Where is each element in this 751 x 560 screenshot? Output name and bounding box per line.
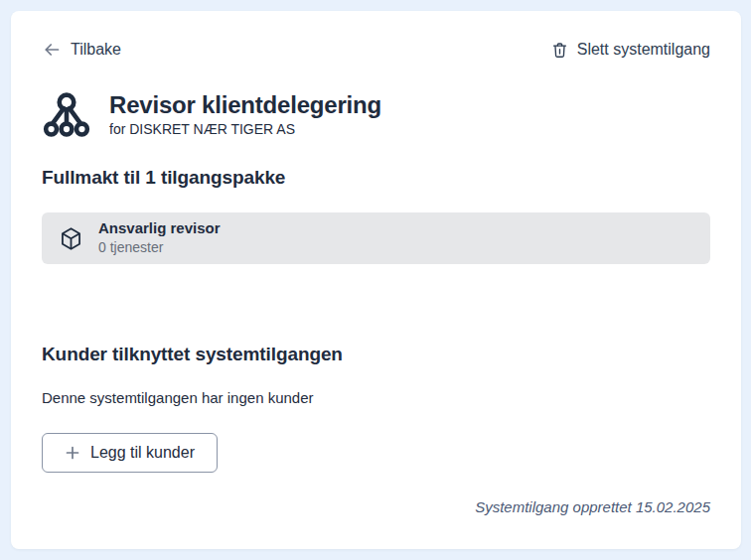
back-link-label: Tilbake: [71, 41, 121, 59]
access-package-row[interactable]: Ansvarlig revisor 0 tjenester: [42, 212, 710, 264]
title-block: Revisor klientdelegering for DISKRET NÆR…: [42, 89, 710, 139]
card-header: Tilbake Slett systemtilgang: [42, 40, 710, 60]
arrow-left-icon: [42, 40, 62, 60]
trash-icon: [550, 41, 569, 60]
page-subtitle: for DISKRET NÆR TIGER AS: [109, 121, 381, 137]
package-services-count: 0 tjenester: [98, 239, 221, 257]
delete-system-access-link[interactable]: Slett systemtilgang: [550, 41, 710, 60]
add-customers-button[interactable]: Legg til kunder: [42, 433, 218, 473]
customers-empty-text: Denne systemtilgangen har ingen kunder: [42, 389, 710, 406]
packages-section-heading: Fullmakt til 1 tilgangspakke: [42, 167, 710, 189]
package-name: Ansvarlig revisor: [98, 219, 221, 238]
created-date-note: Systemtilgang opprettet 15.02.2025: [42, 498, 710, 515]
plus-icon: [65, 445, 80, 461]
customers-section-heading: Kunder tilknyttet systemtilgangen: [42, 344, 710, 365]
system-access-card: Tilbake Slett systemtilgang: [11, 11, 741, 549]
package-cube-icon: [58, 225, 84, 252]
back-link[interactable]: Tilbake: [42, 40, 121, 60]
hierarchy-icon: [42, 89, 91, 139]
delete-link-label: Slett systemtilgang: [577, 41, 710, 59]
add-customers-button-label: Legg til kunder: [90, 444, 195, 462]
page-title: Revisor klientdelegering: [109, 91, 381, 119]
